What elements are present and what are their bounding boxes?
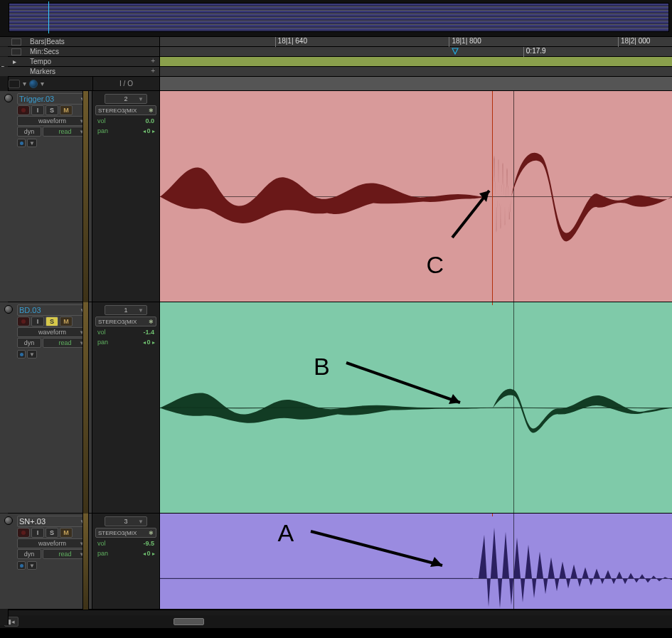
volume-readout[interactable]: vol -9.5 — [95, 539, 156, 548]
edit-cursor-icon[interactable] — [452, 48, 459, 55]
io-panel: 3▼ STEREO3(MIX✱ vol -9.5 pan ◂ 0 ▸ — [92, 514, 160, 609]
track-view-selector[interactable]: waveform▼ — [17, 327, 87, 337]
output-path-selector[interactable]: STEREO3(MIX✱ — [95, 528, 156, 538]
track-color-icon[interactable] — [4, 305, 13, 314]
track-controls: Trigger.03 ▼ I S M waveform▼ dyn read▼ ▼ — [0, 91, 92, 302]
svg-line-4 — [311, 531, 442, 565]
elastic-audio-button[interactable]: dyn — [17, 549, 41, 559]
annotation-b: B — [314, 353, 330, 381]
track-name[interactable]: BD.03 ▼ — [17, 304, 87, 316]
scroll-thumb[interactable] — [174, 618, 204, 625]
track-name-text: BD.03 — [19, 306, 41, 314]
chevron-down-icon[interactable]: ▼ — [27, 561, 37, 570]
ruler-tempo[interactable]: ▸ Tempo + — [0, 57, 672, 67]
io-panel: 1▼ STEREO3(MIX✱ vol -1.4 pan ◂ 0 ▸ — [92, 302, 160, 513]
clip-region[interactable]: A — [160, 514, 672, 609]
pan-readout[interactable]: pan ◂ 0 ▸ — [95, 338, 156, 346]
overview-playhead — [48, 1, 49, 33]
track-name[interactable]: Trigger.03 ▼ — [17, 93, 87, 105]
automation-mode-button[interactable]: read▼ — [43, 338, 87, 348]
ruler-tick: 18|2| 000 — [621, 37, 650, 45]
output-path-selector[interactable]: STEREO3(MIX✱ — [95, 317, 156, 326]
session-overview[interactable] — [0, 0, 672, 37]
track-name[interactable]: SN+.03 ▼ — [17, 516, 87, 527]
track-edge-strip — [82, 302, 89, 514]
solo-button[interactable]: S — [46, 105, 58, 115]
track-edge-strip — [82, 91, 89, 302]
record-arm-button[interactable] — [17, 105, 30, 115]
track-color-icon[interactable] — [4, 516, 13, 525]
mute-button[interactable]: M — [60, 528, 73, 538]
automation-mode-button[interactable]: read▼ — [43, 549, 87, 559]
clip-region[interactable]: C — [160, 91, 672, 302]
track-trigger: Trigger.03 ▼ I S M waveform▼ dyn read▼ ▼ — [0, 91, 672, 302]
mute-button[interactable]: M — [60, 317, 73, 326]
ruler-label: Markers — [30, 68, 55, 75]
ruler-menu-icon[interactable] — [11, 38, 21, 46]
track-bd: BD.03 ▼ I S M waveform▼ dyn read▼ ▼ — [0, 302, 672, 514]
ruler-tick: 18|1| 800 — [452, 37, 481, 45]
ruler-label: Min:Secs — [30, 48, 59, 55]
annotation-a: A — [278, 519, 294, 547]
arrow-icon — [447, 179, 503, 243]
chevron-down-icon[interactable]: ▼ — [27, 350, 37, 358]
arrow-icon — [339, 353, 474, 417]
ruler-markers[interactable]: Markers + — [0, 67, 672, 77]
timeline-rulers: Bars|Beats 18|1| 640 18|1| 800 18|2| 000… — [0, 37, 672, 77]
io-column-header[interactable]: I / O — [92, 77, 160, 90]
volume-readout[interactable]: vol 0.0 — [95, 117, 156, 125]
chevron-down-icon[interactable]: ▼ — [27, 139, 37, 147]
input-monitor-button[interactable]: I — [31, 528, 44, 538]
volume-readout[interactable]: vol -1.4 — [95, 328, 156, 336]
track-color-icon[interactable] — [4, 94, 13, 102]
track-sn: SN+.03 ▼ I S M waveform▼ dyn read▼ ▼ — [0, 514, 672, 610]
input-monitor-button[interactable]: I — [31, 317, 44, 326]
timecode-readout: 0:17.9 — [526, 47, 546, 55]
overview-waveforms — [9, 3, 669, 32]
track-view-selector[interactable]: waveform▼ — [17, 116, 87, 126]
track-freeze-icon[interactable] — [17, 561, 26, 570]
ruler-label: Tempo — [30, 58, 51, 65]
track-controls: BD.03 ▼ I S M waveform▼ dyn read▼ ▼ — [0, 302, 92, 513]
mute-button[interactable]: M — [60, 105, 73, 115]
record-arm-button[interactable] — [17, 528, 30, 538]
ruler-bars-beats[interactable]: Bars|Beats 18|1| 640 18|1| 800 18|2| 000 — [0, 37, 672, 47]
track-controls: SN+.03 ▼ I S M waveform▼ dyn read▼ ▼ — [0, 514, 92, 609]
svg-line-2 — [346, 363, 460, 403]
solo-button[interactable]: S — [46, 528, 58, 538]
output-path-selector[interactable]: STEREO3(MIX✱ — [95, 105, 156, 115]
ruler-menu-icon[interactable] — [11, 48, 21, 55]
arrow-icon — [304, 521, 460, 578]
elastic-audio-button[interactable]: dyn — [17, 127, 41, 137]
insert-selector[interactable]: 2▼ — [105, 94, 147, 104]
track-height-icon[interactable] — [9, 80, 20, 88]
automation-mode-button[interactable]: read▼ — [43, 127, 87, 137]
track-list-header: ▾ ▾ I / O — [0, 77, 672, 91]
elastic-audio-button[interactable]: dyn — [17, 338, 41, 348]
ruler-tick: 18|1| 640 — [278, 37, 307, 45]
waveform — [160, 91, 672, 302]
ruler-label: Bars|Beats — [30, 38, 65, 46]
track-name-text: Trigger.03 — [19, 95, 54, 103]
annotation-c: C — [426, 251, 444, 279]
track-freeze-icon[interactable] — [17, 139, 26, 147]
pan-readout[interactable]: pan ◂ 0 ▸ — [95, 549, 156, 558]
pan-readout[interactable]: pan ◂ 0 ▸ — [95, 127, 156, 135]
scroll-track[interactable] — [164, 617, 672, 627]
clip-region[interactable]: B — [160, 302, 672, 513]
track-name-text: SN+.03 — [19, 517, 46, 526]
io-panel: 2▼ STEREO3(MIX✱ vol 0.0 pan ◂ 0 ▸ — [92, 91, 160, 302]
insert-selector[interactable]: 3▼ — [105, 516, 147, 526]
insert-selector[interactable]: 1▼ — [105, 305, 147, 315]
record-arm-button[interactable] — [17, 317, 30, 326]
track-freeze-icon[interactable] — [17, 350, 26, 358]
horizontal-scrollbar[interactable]: ▮◂ — [0, 615, 672, 628]
clip-area-header — [160, 77, 672, 90]
add-icon[interactable]: + — [151, 57, 155, 65]
add-icon[interactable]: + — [151, 67, 155, 75]
view-filter-icon[interactable] — [29, 80, 38, 88]
solo-button[interactable]: S — [46, 317, 58, 326]
ruler-min-secs[interactable]: Min:Secs 0:17.9 — [0, 47, 672, 57]
input-monitor-button[interactable]: I — [31, 105, 44, 115]
track-view-selector[interactable]: waveform▼ — [17, 538, 87, 548]
